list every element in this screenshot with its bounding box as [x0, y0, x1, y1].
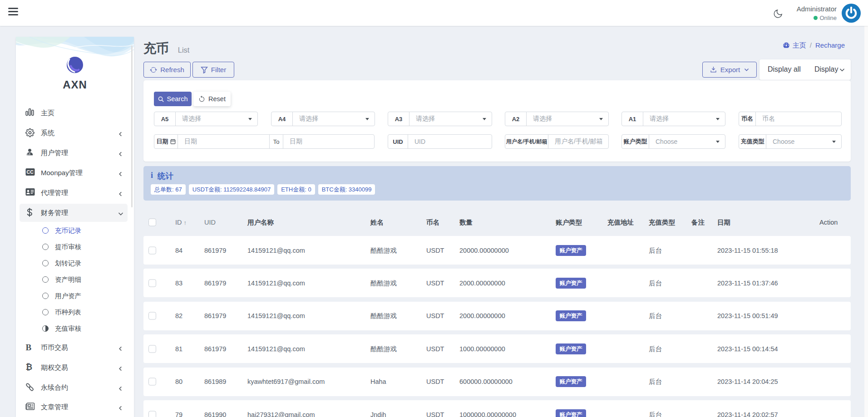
svg-text:₿: ₿: [26, 363, 33, 372]
svg-text:B: B: [26, 343, 32, 352]
svg-text:CC: CC: [27, 169, 34, 175]
